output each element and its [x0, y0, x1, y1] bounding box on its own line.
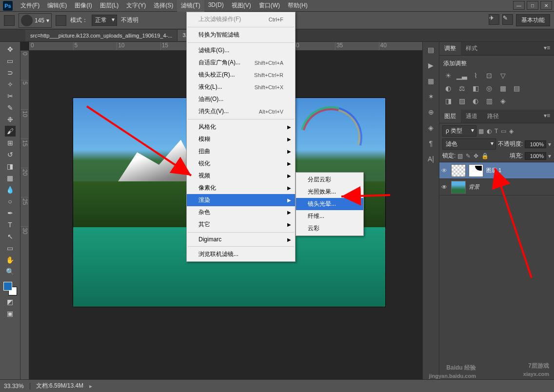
- filter-smart-icon[interactable]: ◈: [509, 128, 514, 135]
- paragraph-icon[interactable]: ¶: [426, 138, 436, 148]
- brush-panel2-icon[interactable]: ✶: [426, 92, 436, 101]
- pen-tool-icon[interactable]: ✒: [5, 208, 16, 218]
- blur-tool-icon[interactable]: 💧: [5, 184, 16, 195]
- layer-row[interactable]: 👁图层 1: [439, 162, 554, 179]
- filter-item[interactable]: 视频▶: [187, 170, 295, 182]
- menu-6[interactable]: 滤镜(T): [177, 0, 204, 12]
- exposure-icon[interactable]: ⊡: [484, 71, 494, 80]
- lock-position-icon[interactable]: ✥: [474, 153, 478, 159]
- filter-item[interactable]: 渲染▶: [187, 194, 295, 206]
- menu-8[interactable]: 视图(V): [228, 0, 255, 12]
- lock-all-icon[interactable]: 🔒: [481, 153, 489, 159]
- filter-item[interactable]: 液化(L)...Shift+Ctrl+X: [187, 81, 295, 93]
- filter-item[interactable]: 油画(O)...: [187, 93, 295, 105]
- marquee-tool-icon[interactable]: ▭: [5, 56, 16, 66]
- hue-icon[interactable]: ◐: [443, 83, 453, 93]
- threshold-icon[interactable]: ◐: [471, 96, 480, 106]
- eraser-tool-icon[interactable]: ◨: [5, 161, 16, 172]
- tab-adjustments[interactable]: 调整: [439, 42, 461, 55]
- screenmode-icon[interactable]: ▣: [5, 308, 16, 319]
- hand-tool-icon[interactable]: ✋: [5, 255, 16, 265]
- foreground-color[interactable]: [3, 282, 12, 291]
- healing-tool-icon[interactable]: ❉: [5, 114, 16, 125]
- color-swatches[interactable]: [3, 282, 17, 295]
- shape-tool-icon[interactable]: ▭: [5, 243, 16, 254]
- lock-pixel-icon[interactable]: ✎: [466, 153, 471, 159]
- blend-mode-dropdown[interactable]: 正常: [92, 15, 117, 26]
- layers-tab-0[interactable]: 图层: [439, 110, 461, 123]
- layers-tab-1[interactable]: 通道: [461, 110, 482, 123]
- layers-tab-2[interactable]: 路径: [482, 110, 504, 123]
- levels-icon[interactable]: ▁▃: [457, 71, 467, 80]
- crop-tool-icon[interactable]: ✂: [5, 91, 16, 101]
- bw-icon[interactable]: ◧: [471, 83, 480, 93]
- filter-item[interactable]: 转换为智能滤镜: [187, 29, 295, 41]
- filter-pixel-icon[interactable]: ▦: [478, 128, 484, 135]
- tablet-icon[interactable]: ✎: [502, 14, 513, 25]
- tab-styles[interactable]: 样式: [461, 42, 482, 55]
- filter-item[interactable]: Digimarc▶: [187, 234, 295, 245]
- minimize-button[interactable]: —: [513, 1, 525, 10]
- doc-size[interactable]: 文档:6.59M/13.4M: [36, 382, 83, 390]
- filter-item[interactable]: 浏览联机滤镜...: [187, 248, 295, 260]
- workspace-button[interactable]: 基本功能: [516, 14, 550, 26]
- color-panel-icon[interactable]: ▶: [426, 60, 436, 70]
- filter-shape-icon[interactable]: ▭: [501, 128, 506, 135]
- menu-9[interactable]: 窗口(W): [255, 0, 284, 12]
- filter-item[interactable]: 自适应广角(A)...Shift+Ctrl+A: [187, 57, 295, 69]
- filter-adj-icon[interactable]: ◐: [487, 128, 492, 135]
- dodge-tool-icon[interactable]: ○: [5, 196, 16, 207]
- filter-item[interactable]: 镜头校正(R)...Shift+Ctrl+R: [187, 69, 295, 81]
- panel-menu-icon[interactable]: ▾≡: [540, 42, 554, 55]
- character-icon[interactable]: A|: [426, 154, 436, 164]
- layer-thumbnail[interactable]: [451, 164, 466, 177]
- layer-thumbnail[interactable]: [451, 181, 466, 194]
- opacity-input[interactable]: 100%: [525, 140, 546, 148]
- menu-1[interactable]: 编辑(E): [43, 0, 71, 12]
- quickmask-icon[interactable]: ◩: [5, 296, 16, 307]
- doc-tab-0[interactable]: src=http___picture.ik123.com_uploads_all…: [25, 30, 178, 41]
- brush-panel-icon[interactable]: [56, 15, 66, 26]
- stamp-tool-icon[interactable]: ⊞: [5, 137, 16, 148]
- layer-mask-thumbnail[interactable]: [469, 164, 483, 177]
- filter-item[interactable]: 模糊▶: [187, 133, 295, 145]
- close-button[interactable]: ✕: [540, 1, 552, 10]
- layer-filter-kind[interactable]: ρ 类型: [442, 125, 476, 137]
- filter-item[interactable]: 风格化▶: [187, 121, 295, 133]
- menu-5[interactable]: 选择(S): [150, 0, 177, 12]
- curves-icon[interactable]: ⌇: [471, 71, 480, 80]
- filter-item[interactable]: 杂色▶: [187, 206, 295, 218]
- layer-row[interactable]: 👁背景: [439, 179, 554, 196]
- filter-item[interactable]: 像素化▶: [187, 182, 295, 194]
- move-tool-icon[interactable]: ✥: [5, 44, 16, 55]
- colorbalance-icon[interactable]: ⚖: [457, 83, 467, 93]
- eyedropper-tool-icon[interactable]: ✎: [5, 102, 16, 113]
- history-brush-icon[interactable]: ↺: [5, 149, 16, 160]
- fill-input[interactable]: 100%: [525, 152, 546, 160]
- layers-menu-icon[interactable]: ▾≡: [540, 110, 554, 123]
- layer-name[interactable]: 背景: [469, 183, 479, 191]
- wand-tool-icon[interactable]: ✧: [5, 79, 16, 90]
- menu-0[interactable]: 文件(F): [17, 0, 43, 12]
- lookup-icon[interactable]: ▤: [512, 83, 521, 93]
- filter-type-icon[interactable]: T: [495, 128, 498, 135]
- history-panel-icon[interactable]: ▤: [426, 45, 436, 55]
- clone-panel-icon[interactable]: ◈: [426, 123, 436, 133]
- submenu-item[interactable]: 镜头光晕...: [296, 198, 363, 210]
- menu-7[interactable]: 3D(D): [204, 0, 228, 12]
- submenu-item[interactable]: 光照效果...: [296, 186, 363, 198]
- gradient-adj-icon[interactable]: ▥: [484, 96, 494, 106]
- menu-3[interactable]: 图层(L): [96, 0, 123, 12]
- filter-item[interactable]: 锐化▶: [187, 157, 295, 170]
- tool-preset-icon[interactable]: [4, 15, 15, 26]
- blend-mode-select[interactable]: 滤色: [442, 138, 496, 150]
- submenu-item[interactable]: 纤维...: [296, 210, 363, 222]
- zoom-tool-icon[interactable]: 🔍: [5, 266, 16, 277]
- invert-icon[interactable]: ◨: [443, 96, 453, 106]
- menu-10[interactable]: 帮助(H): [284, 0, 312, 12]
- filter-item[interactable]: 滤镜库(G)...: [187, 44, 295, 57]
- filter-item[interactable]: 扭曲▶: [187, 145, 295, 157]
- brightness-icon[interactable]: ☀: [443, 71, 453, 80]
- airbrush-icon[interactable]: ✈: [489, 14, 499, 25]
- vibrance-icon[interactable]: ▽: [498, 71, 508, 80]
